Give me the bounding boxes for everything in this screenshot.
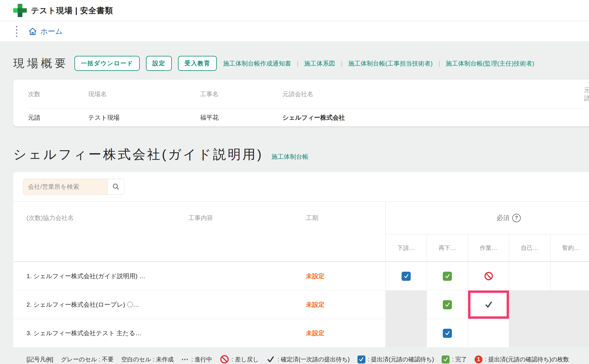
search-button[interactable] (107, 179, 124, 194)
sekotaicho-link[interactable]: 施工体制台帳 (272, 153, 309, 161)
help-icon[interactable]: ? (512, 214, 521, 222)
blue-checkbox-icon (357, 355, 365, 363)
doc-status-cell (509, 262, 550, 290)
company-search-input[interactable] (23, 179, 107, 194)
subcol-shitauke: 下請… (385, 234, 427, 262)
val-koji-mei: 福平花 (200, 113, 282, 122)
legend-text: : 完了 (452, 355, 467, 363)
blue-checkbox-icon (402, 272, 411, 281)
doc-status-cell[interactable] (385, 262, 427, 290)
col-koji-mei: 工事名 (200, 90, 282, 98)
green-checkbox-icon (442, 355, 450, 363)
drag-handle-dots-icon[interactable] (16, 26, 17, 37)
link-taicho-kanri-gijutsusha[interactable]: 施工体制台帳(監理(主任)技術者) (446, 59, 534, 68)
search-icon (112, 183, 120, 191)
col-jisuu: 次数 (28, 90, 88, 98)
site-overview-card: 次数 現場名 工事名 元請会社名 元請 元請 テスト現場 福平花 シェルフィー株… (13, 80, 589, 126)
doc-status-cell[interactable] (427, 319, 468, 347)
period-status[interactable]: 未設定 (306, 272, 325, 280)
legend-text: : 提出済(元請の確認待ち)の枚数 (485, 355, 569, 363)
subcol-seiyaku: 誓約… (550, 234, 589, 262)
submitted-count-badge-icon: 1 (475, 355, 482, 363)
highlight-box (468, 290, 509, 319)
doc-status-cell[interactable] (468, 290, 509, 319)
legend-text: 空白のセル : 未作成 (121, 355, 174, 363)
home-label: ホーム (40, 26, 63, 36)
legend-item: ⋯ : 進行中 (181, 355, 212, 363)
col-motouke-kaisha: 元請会社名 (282, 90, 584, 98)
site-table-header: 次数 現場名 工事名 元請会社名 元請 (28, 80, 584, 108)
legend-text: : 提出済(元請の確認待ち) (368, 355, 434, 363)
doc-status-cell (550, 319, 589, 347)
doc-status-cell[interactable] (468, 262, 509, 290)
doc-status-cell (468, 319, 509, 347)
prohibit-icon (220, 355, 229, 364)
link-separator: ｜ (335, 59, 348, 68)
bulk-download-button[interactable]: 一括ダウンロード (74, 56, 140, 71)
subcol-saishita: 再下… (427, 234, 468, 262)
green-checkbox-icon (443, 300, 452, 309)
link-taicho-tsuchisho[interactable]: 施工体制台帳作成通知書 (223, 59, 291, 68)
legend-item: : 確定済(一次請の提出待ち) (266, 355, 350, 364)
document-links: 施工体制台帳作成通知書 ｜ 施工体系図 ｜ 施工体制台帳(工事担当技術者) ｜ … (223, 59, 534, 68)
home-link[interactable]: ホーム (28, 26, 63, 36)
required-group-header: 必須 ? (497, 202, 521, 234)
site-table-row: 元請 テスト現場 福平花 シェルフィー株式会社 (28, 108, 584, 126)
in-progress-dots-icon: ⋯ (181, 356, 189, 363)
legend-text: : 確定済(一次請の提出待ち) (277, 355, 350, 363)
status-cells (385, 290, 589, 319)
doc-status-cell (509, 290, 550, 319)
link-taicho-koji-gijutsusha[interactable]: 施工体制台帳(工事担当技術者) (348, 59, 433, 68)
link-taikeizu[interactable]: 施工体系図 (304, 59, 335, 68)
period-status[interactable]: 未設定 (306, 329, 325, 337)
home-icon (28, 27, 37, 36)
table-row: 3. シェルフィー株式会社テスト 主たる…未設定 (13, 319, 589, 348)
subcol-sagyo: 作業… (468, 234, 509, 262)
link-separator: ｜ (291, 59, 304, 68)
search-row (13, 172, 589, 201)
link-separator: ｜ (433, 59, 446, 68)
doc-status-cell (385, 319, 427, 347)
doc-status-cell[interactable] (427, 262, 468, 290)
period-status[interactable]: 未設定 (306, 300, 325, 309)
required-label: 必須 (497, 213, 510, 222)
app-header: テスト現場 | 安全書類 (0, 0, 589, 21)
status-cells (385, 262, 589, 290)
company-title: シェルフィー株式会社(ガイド説明用) (13, 146, 263, 163)
overview-toolbar: 現場概要 一括ダウンロード 設定 受入教育 施工体制台帳作成通知書 ｜ 施工体系… (13, 56, 589, 71)
settings-button[interactable]: 設定 (146, 56, 172, 71)
doc-status-cell (550, 290, 589, 319)
company-name-link[interactable]: 3. シェルフィー株式会社テスト 主たる… (26, 329, 142, 337)
prohibit-icon (484, 271, 493, 281)
legend-item: : 完了 (442, 355, 467, 363)
col-genba-mei: 現場名 (88, 90, 200, 98)
doc-status-cell (385, 290, 427, 319)
company-name-link[interactable]: 2. シェルフィー株式会社(ロープレ) 〇… (26, 300, 139, 309)
val-motouke-kaisha: シェルフィー株式会社 (282, 113, 584, 122)
doc-status-cell (550, 262, 589, 290)
documents-table-body: 1. シェルフィー株式会社(ガイド説明用) …未設定2. シェルフィー株式会社(… (13, 262, 589, 348)
doc-status-cell[interactable] (427, 290, 468, 319)
legend-items: グレーのセル : 不要空白のセル : 未作成⋯ : 進行中 : 差し戻し : 確… (61, 355, 569, 364)
main-content: 現場概要 一括ダウンロード 設定 受入教育 施工体制台帳作成通知書 ｜ 施工体系… (0, 56, 589, 364)
doc-subcolumns: 下請… 再下… 作業… 自己… 誓約… (385, 234, 589, 262)
legend-text: : 差し戻し (232, 355, 259, 363)
breadcrumb-bar: ホーム (0, 21, 589, 42)
intake-education-button[interactable]: 受入教育 (178, 56, 217, 71)
page-title: 現場概要 (13, 56, 69, 71)
status-cells (385, 319, 589, 347)
legend-item: グレーのセル : 不要 (61, 355, 114, 363)
legend-text: : 進行中 (191, 355, 212, 363)
company-name-link[interactable]: 1. シェルフィー株式会社(ガイド説明用) … (26, 272, 145, 280)
blue-checkbox-icon (443, 329, 452, 338)
legend-item: 1 : 提出済(元請の確認待ち)の枚数 (475, 355, 569, 363)
green-cross-logo-icon (13, 4, 27, 17)
company-title-row: シェルフィー株式会社(ガイド説明用) 施工体制台帳 (13, 146, 589, 163)
legend-item: 空白のセル : 未作成 (121, 355, 174, 363)
val-genba-mei: テスト現場 (88, 113, 200, 122)
doc-status-cell (509, 319, 550, 347)
legend-item: : 差し戻し (220, 355, 259, 364)
confirmed-check-icon (266, 355, 275, 364)
legend-text: グレーのセル : 不要 (61, 355, 114, 363)
col-koki: 工期 (306, 202, 318, 234)
